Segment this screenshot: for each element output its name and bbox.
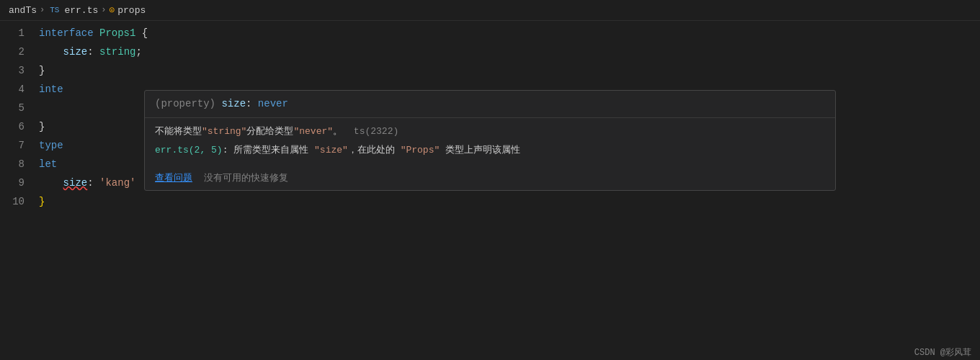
line-content-10: } xyxy=(36,192,980,211)
tooltip-ts-code: ts(2322) xyxy=(354,126,398,137)
tooltip-type-never: never xyxy=(258,98,288,109)
code-line-10: 10 } xyxy=(0,192,980,211)
line-num-8: 8 xyxy=(0,155,36,174)
breadcrumb-lang-badge: TS xyxy=(48,5,61,15)
tooltip-popup: (property) size: never 不能将类型"string"分配给类… xyxy=(144,90,836,191)
tooltip-header: (property) size: never xyxy=(145,91,835,118)
status-label: CSDN @彩风茸 xyxy=(914,348,971,358)
tooltip-actions: 查看问题 没有可用的快速修复 xyxy=(145,167,835,190)
no-fix-label: 没有可用的快速修复 xyxy=(204,171,288,184)
line-num-9: 9 xyxy=(0,174,36,192)
breadcrumb-symbol[interactable]: props xyxy=(117,5,146,16)
breadcrumb-sep-2: › xyxy=(101,5,106,15)
breadcrumb-sep-1: › xyxy=(40,5,45,15)
tooltip-property-label: (property) xyxy=(155,98,221,109)
breadcrumb: andTs › TS err.ts › ⊙ props xyxy=(0,0,980,21)
tooltip-colon: : xyxy=(246,98,258,109)
line-content-3: } xyxy=(36,61,980,80)
tooltip-error-message: 不能将类型"string"分配给类型"never"。 ts(2322) xyxy=(155,124,825,140)
tooltip-error-ref: err.ts(2, 5): 所需类型来自属性 "size"，在此处的 "Prop… xyxy=(155,143,825,158)
status-bar: CSDN @彩风茸 xyxy=(906,345,980,360)
line-content-1: interface Props1 { xyxy=(36,24,980,42)
breadcrumb-file[interactable]: err.ts xyxy=(64,5,98,16)
tooltip-error-text: 不能将类型"string"分配给类型"never"。 xyxy=(155,126,342,137)
line-num-3: 3 xyxy=(0,61,36,80)
line-num-1: 1 xyxy=(0,24,36,42)
breadcrumb-symbol-icon: ⊙ xyxy=(109,4,115,16)
tooltip-property-name: size xyxy=(221,98,246,109)
line-content-2: size: string; xyxy=(36,42,980,61)
line-num-7: 7 xyxy=(0,136,36,155)
code-line-2: 2 size: string; xyxy=(0,42,980,61)
line-num-4: 4 xyxy=(0,80,36,99)
code-editor: 1 interface Props1 { 2 size: string; 3 }… xyxy=(0,21,980,211)
view-problem-link[interactable]: 查看问题 xyxy=(155,171,192,184)
code-line-3: 3 } xyxy=(0,61,980,80)
tooltip-body: 不能将类型"string"分配给类型"never"。 ts(2322) err.… xyxy=(145,118,835,167)
code-line-1: 1 interface Props1 { xyxy=(0,24,980,42)
line-num-6: 6 xyxy=(0,117,36,136)
line-num-2: 2 xyxy=(0,42,36,61)
breadcrumb-folder[interactable]: andTs xyxy=(9,5,37,16)
line-num-5: 5 xyxy=(0,99,36,117)
line-num-10: 10 xyxy=(0,192,36,211)
